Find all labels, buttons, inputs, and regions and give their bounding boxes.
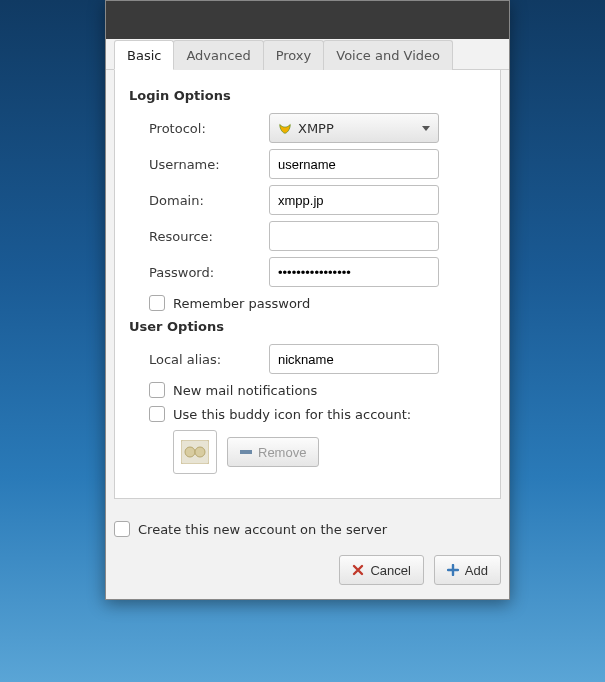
buddy-icon-button[interactable]: [173, 430, 217, 474]
tab-voice-video[interactable]: Voice and Video: [323, 40, 453, 70]
account-dialog: Basic Advanced Proxy Voice and Video Log…: [105, 0, 510, 600]
svg-point-1: [185, 447, 195, 457]
new-mail-label: New mail notifications: [173, 383, 317, 398]
remember-password-label: Remember password: [173, 296, 310, 311]
avatar-placeholder-icon: [181, 440, 209, 464]
local-alias-label: Local alias:: [149, 352, 269, 367]
protocol-value: XMPP: [298, 121, 416, 136]
tab-proxy[interactable]: Proxy: [263, 40, 325, 70]
remove-label: Remove: [258, 445, 306, 460]
username-label: Username:: [149, 157, 269, 172]
resource-input[interactable]: [269, 221, 439, 251]
resource-label: Resource:: [149, 229, 269, 244]
svg-rect-3: [240, 450, 252, 454]
protocol-dropdown[interactable]: XMPP: [269, 113, 439, 143]
add-label: Add: [465, 563, 488, 578]
cancel-label: Cancel: [370, 563, 410, 578]
close-icon: [352, 564, 364, 576]
tab-advanced[interactable]: Advanced: [173, 40, 263, 70]
minus-icon: [240, 448, 252, 456]
use-buddy-icon-checkbox[interactable]: [149, 406, 165, 422]
password-label: Password:: [149, 265, 269, 280]
domain-input[interactable]: [269, 185, 439, 215]
remove-buddy-icon-button[interactable]: Remove: [227, 437, 319, 467]
create-on-server-checkbox[interactable]: [114, 521, 130, 537]
new-mail-checkbox[interactable]: [149, 382, 165, 398]
tab-basic[interactable]: Basic: [114, 40, 174, 70]
tab-bar: Basic Advanced Proxy Voice and Video: [106, 39, 509, 70]
username-input[interactable]: [269, 149, 439, 179]
login-options-heading: Login Options: [129, 88, 486, 103]
add-button[interactable]: Add: [434, 555, 501, 585]
basic-panel: Login Options Protocol: XMPP Username:: [114, 70, 501, 499]
user-options-heading: User Options: [129, 319, 486, 334]
password-input[interactable]: [269, 257, 439, 287]
cancel-button[interactable]: Cancel: [339, 555, 423, 585]
remember-password-checkbox[interactable]: [149, 295, 165, 311]
xmpp-icon: [278, 121, 292, 135]
titlebar[interactable]: [106, 1, 509, 39]
local-alias-input[interactable]: [269, 344, 439, 374]
use-buddy-icon-label: Use this buddy icon for this account:: [173, 407, 411, 422]
protocol-label: Protocol:: [149, 121, 269, 136]
create-on-server-label: Create this new account on the server: [138, 522, 387, 537]
domain-label: Domain:: [149, 193, 269, 208]
svg-point-2: [195, 447, 205, 457]
chevron-down-icon: [422, 126, 430, 131]
plus-icon: [447, 564, 459, 576]
